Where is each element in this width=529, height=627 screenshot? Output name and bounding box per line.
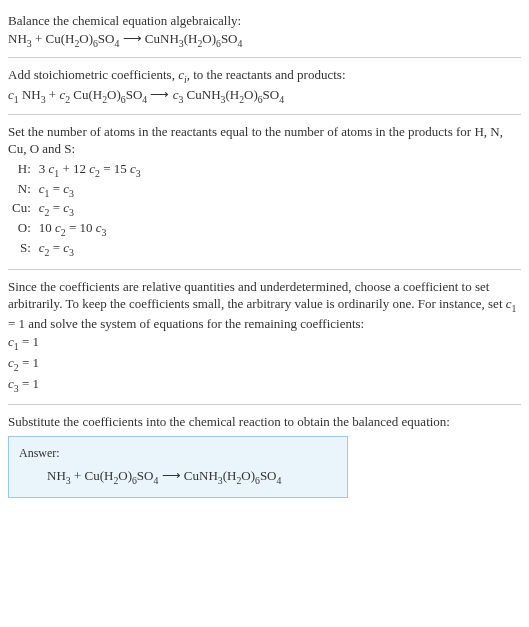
element-equation: 10 c2 = 10 c3 [35,219,145,239]
answer-box: Answer: NH3 + Cu(H2O)6SO4 ⟶ CuNH3(H2O)6S… [8,436,348,498]
element-label: Cu: [8,199,35,219]
element-label: H: [8,160,35,180]
section-add-coefficients: Add stoichiometric coefficients, ci, to … [8,58,521,115]
section-atom-equations: Set the number of atoms in the reactants… [8,115,521,270]
coefficient-value: c1 = 1 [8,333,521,353]
coefficient-value: c3 = 1 [8,375,521,395]
unbalanced-equation: NH3 + Cu(H2O)6SO4 ⟶ CuNH3(H2O)6SO4 [8,30,521,50]
atom-equations-table: H: 3 c1 + 12 c2 = 15 c3 N: c1 = c3 Cu: c… [8,160,145,259]
coeff-equation: c1 NH3 + c2 Cu(H2O)6SO4 ⟶ c3 CuNH3(H2O)6… [8,86,521,106]
balance-instruction: Balance the chemical equation algebraica… [8,12,521,30]
atom-eq-instruction: Set the number of atoms in the reactants… [8,123,521,158]
answer-label: Answer: [19,445,337,461]
table-row: S: c2 = c3 [8,239,145,259]
table-row: N: c1 = c3 [8,180,145,200]
coefficient-value: c2 = 1 [8,354,521,374]
balanced-equation: NH3 + Cu(H2O)6SO4 ⟶ CuNH3(H2O)6SO4 [19,467,337,487]
section-answer: Substitute the coefficients into the che… [8,405,521,498]
add-coeff-instruction: Add stoichiometric coefficients, ci, to … [8,66,521,86]
table-row: H: 3 c1 + 12 c2 = 15 c3 [8,160,145,180]
solve-instruction: Since the coefficients are relative quan… [8,278,521,333]
section-solve: Since the coefficients are relative quan… [8,270,521,405]
element-label: N: [8,180,35,200]
element-equation: c1 = c3 [35,180,145,200]
substitute-instruction: Substitute the coefficients into the che… [8,413,521,431]
element-label: O: [8,219,35,239]
table-row: O: 10 c2 = 10 c3 [8,219,145,239]
element-equation: c2 = c3 [35,239,145,259]
element-label: S: [8,239,35,259]
section-balance-intro: Balance the chemical equation algebraica… [8,4,521,58]
table-row: Cu: c2 = c3 [8,199,145,219]
element-equation: 3 c1 + 12 c2 = 15 c3 [35,160,145,180]
element-equation: c2 = c3 [35,199,145,219]
